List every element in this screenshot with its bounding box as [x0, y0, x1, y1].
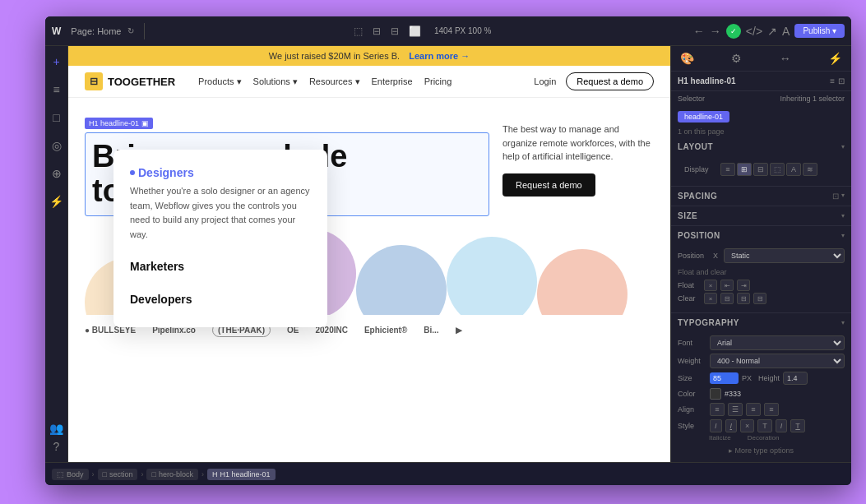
- sidebar-logic-icon[interactable]: ⚡: [48, 192, 66, 210]
- nav-cta-button[interactable]: Request a demo: [566, 72, 654, 90]
- mobile-portrait-btn[interactable]: ⬜: [405, 24, 424, 39]
- tablet-view-btn[interactable]: ⊟: [369, 24, 384, 39]
- nav-resources[interactable]: Resources ▾: [309, 76, 360, 87]
- products-dropdown: Designers Whether you're a solo designer…: [113, 150, 327, 327]
- hero-cta-button[interactable]: Request a demo: [502, 173, 595, 197]
- size-collapse-icon[interactable]: ▾: [841, 212, 845, 220]
- float-right-btn[interactable]: ⇥: [737, 280, 750, 291]
- refresh-icon[interactable]: ↻: [127, 26, 134, 35]
- clear-right-btn[interactable]: ⊟: [737, 293, 750, 304]
- weight-select[interactable]: 400 - Normal: [710, 354, 845, 368]
- breadcrumb-section[interactable]: □ section: [98, 469, 138, 480]
- height-input[interactable]: [783, 372, 808, 385]
- clear-left-btn[interactable]: ⊟: [720, 293, 734, 304]
- typography-collapse-icon[interactable]: ▾: [841, 319, 845, 326]
- size-input[interactable]: [710, 372, 739, 384]
- sidebar-pages-icon[interactable]: □: [48, 109, 66, 127]
- position-value-select[interactable]: Static Relative Absolute Fixed: [724, 248, 845, 263]
- position-collapse-icon[interactable]: ▾: [841, 232, 845, 239]
- breadcrumb-body[interactable]: ⬚ Body: [52, 469, 89, 480]
- spacing-settings-icon[interactable]: ⊡: [832, 192, 839, 201]
- strike-btn[interactable]: ×: [740, 419, 754, 432]
- color-swatch[interactable]: [710, 388, 721, 400]
- panel-header-actions: ≡ ⊡: [830, 76, 845, 86]
- spacing-section-header[interactable]: Spacing ⊡ ▾: [671, 187, 851, 206]
- dropdown-designers-title[interactable]: Designers: [130, 166, 311, 179]
- position-section-header[interactable]: Position ▾: [671, 226, 851, 245]
- style-panel-icon[interactable]: 🎨: [678, 49, 697, 67]
- display-block-btn[interactable]: ≡: [720, 163, 735, 176]
- sidebar-cms-icon[interactable]: ◎: [48, 136, 66, 155]
- more-type-options[interactable]: ▸ More type options: [678, 443, 845, 458]
- typography-section-header[interactable]: Typography ▾: [671, 313, 851, 332]
- selector-inheriting: Inheriting 1 selector: [780, 95, 845, 103]
- display-flex-btn[interactable]: ⊞: [737, 163, 752, 176]
- float-none-btn[interactable]: ×: [704, 280, 717, 291]
- font-select[interactable]: Arial: [710, 335, 845, 350]
- logic-panel-icon[interactable]: ⚡: [826, 49, 845, 67]
- italic-btn[interactable]: I: [710, 419, 722, 432]
- settings-panel-icon[interactable]: ⚙: [729, 49, 744, 67]
- float-clear-header: Float and clear: [678, 266, 845, 280]
- display-none-btn[interactable]: ⬚: [770, 163, 785, 176]
- align-right-btn[interactable]: ≡: [746, 403, 761, 416]
- dropdown-developers-title[interactable]: Developers: [130, 288, 311, 311]
- panel-list-btn[interactable]: ≡: [830, 76, 835, 86]
- nav-products[interactable]: Products ▾: [198, 76, 241, 87]
- site-logo-text: TOOGETHER: [108, 76, 175, 88]
- size-section-title: Size: [678, 211, 697, 220]
- align-justify-btn[interactable]: ≡: [764, 403, 779, 416]
- position-content: Position X Static Relative Absolute Fixe…: [671, 245, 851, 312]
- size-section-header[interactable]: Size ▾: [671, 206, 851, 225]
- export-btn[interactable]: ↗: [767, 25, 777, 38]
- position-section-title: Position: [678, 231, 720, 240]
- panel-header: H1 headline-01 ≡ ⊡: [671, 72, 851, 91]
- circle-4: [356, 245, 447, 315]
- cms-btn[interactable]: A: [782, 25, 790, 38]
- right-panel: 🎨 ⚙ ↔ ⚡ H1 headline-01 ≡ ⊡ Selector Inhe…: [670, 46, 851, 462]
- clear-none-btn[interactable]: ×: [704, 293, 717, 304]
- spacing-collapse-icon[interactable]: ▾: [841, 192, 845, 201]
- style-t-btn[interactable]: T: [757, 419, 772, 432]
- nav-pricing[interactable]: Pricing: [424, 76, 452, 87]
- panel-grid-btn[interactable]: ⊡: [838, 76, 845, 86]
- breadcrumb-headline[interactable]: H H1 headline-01: [207, 469, 276, 480]
- sidebar-navigator-icon[interactable]: ≡: [48, 81, 66, 99]
- spacing-section-title: Spacing: [678, 192, 717, 201]
- interactions-panel-icon[interactable]: ↔: [777, 49, 794, 67]
- breadcrumb-hero-block[interactable]: □ hero-block: [146, 469, 197, 480]
- nav-login[interactable]: Login: [534, 76, 556, 86]
- align-left-btn[interactable]: ≡: [710, 403, 725, 416]
- decoration-label: Decoration: [748, 434, 780, 442]
- status-indicator: ✓: [726, 24, 741, 39]
- layout-section-header[interactable]: Layout ▾: [671, 137, 851, 156]
- dropdown-marketers-title[interactable]: Marketers: [130, 255, 311, 278]
- clear-both-btn[interactable]: ⊟: [753, 293, 766, 304]
- sidebar-users-icon[interactable]: 👥: [48, 419, 66, 437]
- display-inline-btn[interactable]: A: [786, 163, 801, 176]
- nav-solutions[interactable]: Solutions ▾: [253, 76, 298, 87]
- desktop-view-btn[interactable]: ⬚: [350, 24, 366, 39]
- display-more-btn[interactable]: ≋: [803, 163, 817, 176]
- style-t2-btn[interactable]: T: [790, 419, 805, 432]
- sidebar-help-icon[interactable]: ?: [48, 437, 66, 455]
- layout-collapse-icon[interactable]: ▾: [841, 143, 845, 150]
- display-grid-btn[interactable]: ⊟: [753, 163, 768, 176]
- italic2-btn[interactable]: I: [725, 419, 738, 432]
- undo-btn[interactable]: ←: [693, 25, 705, 38]
- logo-cursor: ▶: [456, 326, 462, 335]
- selector-badge[interactable]: headline-01: [678, 111, 729, 123]
- font-label: Font: [678, 339, 706, 347]
- nav-enterprise[interactable]: Enterprise: [372, 76, 413, 87]
- sidebar-ecommerce-icon[interactable]: ⊕: [48, 164, 66, 183]
- style-i3-btn[interactable]: I: [776, 419, 788, 432]
- float-left-btn[interactable]: ⇤: [720, 280, 734, 291]
- sidebar-add-icon[interactable]: +: [48, 53, 66, 71]
- publish-button[interactable]: Publish ▾: [794, 24, 845, 38]
- mobile-landscape-btn[interactable]: ⊟: [387, 24, 402, 39]
- align-center-btn[interactable]: ☰: [728, 403, 743, 416]
- code-btn[interactable]: </>: [746, 25, 762, 38]
- learn-more-link[interactable]: Learn more →: [409, 51, 470, 61]
- redo-btn[interactable]: →: [710, 25, 721, 38]
- canvas-area: ● hero-block We just raised $20M in Seri…: [68, 46, 670, 462]
